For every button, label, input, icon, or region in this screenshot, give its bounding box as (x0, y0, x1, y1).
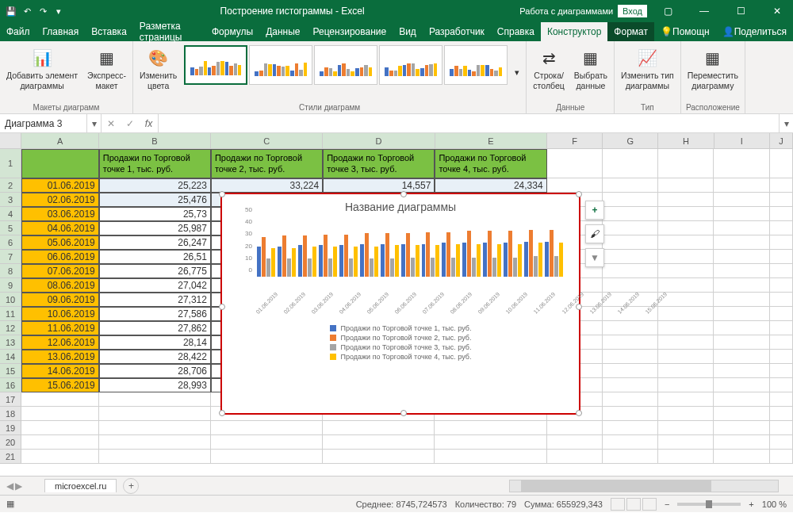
chart-style-thumbnail[interactable] (379, 45, 442, 85)
cell[interactable]: 02.06.2019 (21, 193, 98, 207)
sheet-nav-next-icon[interactable]: ▶ (15, 480, 22, 492)
cell[interactable]: 27,312 (99, 293, 211, 307)
move-chart-button[interactable]: ▦Переместить диаграмму (684, 44, 741, 92)
zoom-level[interactable]: 100 % (762, 499, 787, 509)
row-header[interactable]: 14 (0, 350, 21, 364)
sheet-nav-prev-icon[interactable]: ◀ (6, 480, 13, 492)
cell[interactable]: 26,247 (99, 235, 211, 250)
cell[interactable]: 26,775 (99, 264, 211, 278)
row-header[interactable]: 7 (0, 250, 21, 264)
select-data-button[interactable]: ▦Выбрать данные (571, 44, 611, 92)
horizontal-scrollbar[interactable] (509, 480, 779, 492)
tab-home[interactable]: Главная (36, 22, 86, 41)
fx-icon[interactable]: fx (140, 114, 159, 132)
cell[interactable] (21, 149, 98, 178)
row-header[interactable]: 2 (0, 178, 21, 193)
ribbon-options-icon[interactable]: ▢ (652, 0, 684, 22)
cell[interactable]: 07.06.2019 (21, 264, 98, 278)
column-header[interactable]: B (99, 133, 211, 148)
share-button[interactable]: 👤 Поделиться (716, 22, 793, 41)
cell[interactable]: 28,706 (99, 364, 211, 378)
save-icon[interactable]: 💾 (5, 5, 17, 17)
sheet-tab[interactable]: microexcel.ru (44, 479, 117, 492)
row-header[interactable]: 1 (0, 149, 21, 178)
chart-styles-button[interactable]: 🖌 (585, 224, 604, 243)
chart-style-thumbnail[interactable] (444, 45, 508, 85)
column-header[interactable]: A (21, 133, 98, 148)
row-header[interactable]: 12 (0, 321, 21, 335)
cell[interactable]: 13.06.2019 (21, 350, 98, 364)
enter-formula-icon[interactable]: ✓ (121, 114, 140, 132)
column-header[interactable]: E (435, 133, 547, 148)
cell[interactable]: 25,223 (99, 178, 211, 193)
chart-style-thumbnail[interactable] (249, 45, 312, 85)
quick-layout-button[interactable]: ▦Экспресс- макет (84, 44, 129, 92)
styles-more-button[interactable]: ▾ (511, 66, 523, 79)
cell[interactable]: 01.06.2019 (21, 178, 98, 193)
minimize-icon[interactable]: — (688, 0, 720, 22)
cell[interactable]: 10.06.2019 (21, 307, 98, 321)
worksheet-grid[interactable]: ABCDEFGHIJ 1Продажи по Торговой точке 1,… (0, 133, 793, 476)
row-header[interactable]: 3 (0, 193, 21, 207)
zoom-out-button[interactable]: − (665, 499, 669, 509)
close-icon[interactable]: ✕ (761, 0, 793, 22)
cell[interactable]: 25,987 (99, 221, 211, 235)
tab-help[interactable]: Справка (491, 22, 541, 41)
column-header[interactable]: H (658, 133, 714, 148)
macro-record-icon[interactable]: ▦ (6, 499, 14, 509)
select-all-corner[interactable] (0, 133, 21, 148)
column-header[interactable]: D (323, 133, 435, 148)
tab-design[interactable]: Конструктор (541, 22, 607, 41)
cell[interactable]: 14,557 (323, 178, 435, 193)
cell[interactable]: 28,422 (99, 350, 211, 364)
row-header[interactable]: 4 (0, 207, 21, 221)
chart-style-thumbnail[interactable] (314, 45, 377, 85)
column-header[interactable]: C (211, 133, 323, 148)
add-sheet-button[interactable]: + (123, 478, 139, 494)
change-colors-button[interactable]: 🎨Изменить цвета (136, 44, 180, 92)
zoom-slider[interactable] (677, 503, 741, 506)
cell[interactable]: 27,862 (99, 321, 211, 335)
name-box[interactable]: Диаграмма 3 (0, 114, 87, 132)
chart-plot-area[interactable]: 01020304050 01.06.201902.06.201903.06.20… (238, 216, 563, 288)
row-header[interactable]: 21 (0, 450, 21, 464)
qat-dropdown-icon[interactable]: ▾ (52, 5, 65, 17)
column-header[interactable]: J (770, 133, 793, 148)
chart-style-thumbnail[interactable] (184, 45, 247, 85)
redo-icon[interactable]: ↷ (36, 5, 49, 17)
row-header[interactable]: 8 (0, 264, 21, 278)
row-header[interactable]: 10 (0, 293, 21, 307)
tab-layout[interactable]: Разметка страницы (133, 22, 205, 41)
cell[interactable]: 12.06.2019 (21, 335, 98, 350)
cell[interactable]: 14.06.2019 (21, 364, 98, 378)
cell[interactable]: 03.06.2019 (21, 207, 98, 221)
tab-insert[interactable]: Вставка (85, 22, 133, 41)
tab-data[interactable]: Данные (259, 22, 306, 41)
view-break-button[interactable] (642, 498, 657, 511)
namebox-dropdown-icon[interactable]: ▾ (87, 114, 102, 132)
cell[interactable]: 04.06.2019 (21, 221, 98, 235)
cell[interactable]: 27,586 (99, 307, 211, 321)
change-chart-type-button[interactable]: 📈Изменить тип диаграммы (618, 44, 677, 92)
cancel-formula-icon[interactable]: ✕ (102, 114, 121, 132)
formula-input[interactable] (159, 114, 779, 132)
switch-row-column-button[interactable]: ⇄Строка/ столбец (530, 44, 567, 92)
cell[interactable]: 09.06.2019 (21, 293, 98, 307)
column-header[interactable]: F (547, 133, 603, 148)
tab-file[interactable]: Файл (0, 22, 36, 41)
row-header[interactable]: 19 (0, 421, 21, 435)
row-header[interactable]: 16 (0, 378, 21, 392)
view-normal-button[interactable] (611, 498, 625, 511)
cell[interactable]: Продажи по Торговой точке 1, тыс. руб. (99, 149, 211, 178)
tab-format[interactable]: Формат (607, 22, 654, 41)
view-page-button[interactable] (626, 498, 641, 511)
cell[interactable]: Продажи по Торговой точке 3, тыс. руб. (323, 149, 435, 178)
tell-me[interactable]: 💡 Помощн (654, 22, 716, 41)
tab-view[interactable]: Вид (393, 22, 423, 41)
column-header[interactable]: I (714, 133, 770, 148)
cell[interactable]: 33,224 (211, 178, 323, 193)
chart-elements-button[interactable]: + (585, 201, 604, 220)
login-button[interactable]: Вход (618, 5, 647, 17)
cell[interactable]: 06.06.2019 (21, 250, 98, 264)
embedded-chart[interactable]: + 🖌 ▼ Название диаграммы 01020304050 01.… (220, 193, 580, 415)
